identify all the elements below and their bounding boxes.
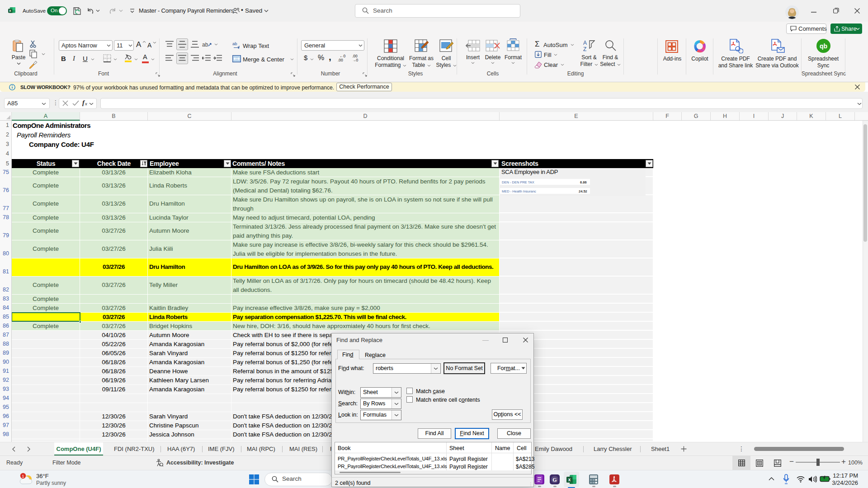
svg-text:ab: ab bbox=[232, 42, 237, 46]
svg-text:G: G bbox=[552, 477, 557, 483]
svg-text:Z: Z bbox=[583, 46, 586, 52]
svg-text:ab: ab bbox=[202, 42, 208, 48]
svg-text:.00: .00 bbox=[338, 58, 343, 62]
svg-text:x: x bbox=[568, 477, 571, 482]
svg-text:A: A bbox=[583, 40, 587, 46]
svg-text:1: 1 bbox=[22, 474, 24, 479]
svg-text:→0: →0 bbox=[352, 58, 359, 62]
svg-text:qb: qb bbox=[820, 42, 827, 50]
